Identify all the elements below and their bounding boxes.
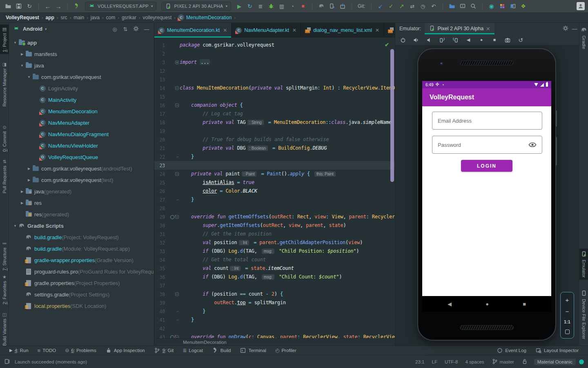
toolwindow-button-event-log[interactable]: Event Log: [493, 346, 530, 355]
tool-strip--structure[interactable]: ≔7: Structure: [0, 239, 9, 273]
email-field[interactable]: Email Address: [432, 112, 542, 130]
hide-panel-icon[interactable]: —: [570, 26, 579, 32]
run-configuration-selector[interactable]: VOLLEYREQUEST.APP▾: [85, 2, 156, 11]
toolwindow-button-todo[interactable]: ≡TODO: [34, 346, 60, 355]
code-line-39[interactable]: 39 outRect.top = splitMargin: [154, 298, 395, 307]
code-line-41[interactable]: 41⌐ }: [154, 316, 395, 324]
tree-item-com-gsrikar-volleyrequest[interactable]: ▶com.gsrikar.volleyrequest (test): [9, 174, 154, 186]
status-message[interactable]: Launch succeeded (moments ago): [15, 359, 87, 364]
code-line-15[interactable]: 15: [154, 92, 395, 101]
unfold-icon[interactable]: +: [175, 61, 179, 64]
editor-tab-menuitemdecoration-kt[interactable]: CMenuItemDecoration.kt✕: [154, 23, 232, 38]
coverage-button[interactable]: ▥: [277, 2, 287, 11]
power-button[interactable]: [399, 36, 407, 45]
override-method-icon[interactable]: [170, 215, 174, 219]
breadcrumb-item[interactable]: java: [91, 15, 100, 20]
fold-end-icon[interactable]: ⌐: [177, 198, 179, 202]
code-line-38[interactable]: 38− if (position == count - 2) {: [154, 290, 395, 298]
tree-item-local-properties[interactable]: local.properties (SDK Location): [9, 300, 154, 312]
fit-to-window-button[interactable]: [565, 330, 570, 334]
tree-item-res[interactable]: res (generated): [9, 209, 154, 220]
chevron-down-icon[interactable]: ▼: [12, 41, 18, 45]
tree-item-proguard-rules-pro[interactable]: proguard-rules.pro (ProGuard Rules for V…: [9, 266, 154, 277]
breadcrumb-item[interactable]: gsrikar: [122, 15, 136, 20]
debug-button[interactable]: [266, 2, 276, 11]
device-sync-button[interactable]: [327, 2, 337, 11]
tool-strip-pull-requests[interactable]: ⇅Pull Requests: [0, 157, 9, 195]
sync-gradle-button[interactable]: [316, 2, 326, 11]
code-line-18[interactable]: 18 private val TAG: String = MenuItemDec…: [154, 118, 395, 127]
device-selector[interactable]: PIXEL 2 API 30 ALPHA▾: [161, 2, 231, 11]
stop-button[interactable]: ■: [298, 2, 308, 11]
code-line-2[interactable]: 2: [154, 49, 395, 58]
toolwindow-button-logcat[interactable]: ≣Logcat: [179, 346, 207, 355]
user-avatar[interactable]: [577, 2, 585, 10]
git-push-button[interactable]: ↗: [397, 2, 407, 11]
tool-strip-emulator[interactable]: Emulator: [579, 249, 588, 280]
code-line-14[interactable]: 14−class MenuItemDecoration(private val …: [154, 84, 395, 92]
code-line-28[interactable]: 28: [154, 204, 395, 213]
chevron-right-icon[interactable]: ▶: [19, 190, 25, 193]
breadcrumb-item[interactable]: CMenuItemDecoration: [178, 14, 232, 20]
zoom-out-button[interactable]: −: [566, 308, 569, 314]
tool-strip--project[interactable]: ▤1: Project: [0, 25, 9, 54]
close-icon[interactable]: ✕: [486, 26, 490, 32]
close-icon[interactable]: ✕: [223, 27, 227, 33]
close-icon[interactable]: ✕: [375, 27, 379, 33]
profiler-button[interactable]: ◔: [287, 2, 297, 11]
tool-strip-device-file-explorer[interactable]: Device File Explorer: [579, 288, 588, 341]
close-icon[interactable]: ✕: [292, 27, 296, 33]
nav-overview-button[interactable]: ■: [491, 36, 498, 45]
code-line-16[interactable]: 16− companion object {: [154, 101, 395, 110]
tool-strip--favorites[interactable]: ★2: Favorites: [0, 272, 9, 306]
run-configurations-button[interactable]: ≣: [256, 2, 265, 11]
tree-item-volleyrequestqueue[interactable]: OVolleyRequestQueue: [9, 151, 154, 163]
tree-item-java[interactable]: ▶java (generated): [9, 186, 154, 197]
emulator-tab[interactable]: Pixel 2 API 30 Alpha ✕: [425, 23, 494, 34]
chevron-right-icon[interactable]: ▶: [26, 178, 32, 182]
editor-tab-dialog-nav-menu-list-xml[interactable]: <>dialog_nav_menu_list.xml✕: [301, 23, 384, 38]
toolwindow-button-terminal[interactable]: Terminal: [236, 346, 270, 355]
fold-icon[interactable]: −: [175, 292, 179, 296]
search-everywhere-button[interactable]: [468, 2, 478, 11]
chevron-down-icon[interactable]: ▼: [12, 224, 18, 228]
tree-item-gradle-scripts[interactable]: ▼Gradle Scripts: [9, 220, 154, 231]
chevron-down-icon[interactable]: ▼: [26, 75, 32, 79]
code-line-33[interactable]: 33 if (DBG) Log.d(TAG, msg: "Child Posit…: [154, 247, 395, 256]
record-button[interactable]: ◉: [487, 2, 497, 11]
code-line-37[interactable]: 37: [154, 281, 395, 290]
status-item[interactable]: 4 spaces: [462, 359, 488, 364]
toolwindow-button--problems[interactable]: ⊖6: Problems: [61, 346, 100, 355]
toolwindow-toggle-icon[interactable]: [4, 358, 11, 366]
code-line-21[interactable]: 21 private val DBG: Boolean = BuildConfi…: [154, 144, 395, 153]
layout-validation-button[interactable]: [497, 2, 507, 11]
rotate-ccw-button[interactable]: [439, 36, 446, 45]
code-line-42[interactable]: 42: [154, 324, 395, 333]
tree-item-mainactivity[interactable]: CMainActivity: [9, 94, 154, 105]
project-view-selector[interactable]: Android: [23, 26, 42, 32]
code-line-27[interactable]: 27⌐ }: [154, 195, 395, 204]
build-hammer-button[interactable]: [72, 2, 82, 11]
toolwindow-button--run[interactable]: ▶4: Run: [6, 346, 32, 355]
fold-end-icon[interactable]: ⌐: [177, 318, 179, 322]
volume-down-button[interactable]: [425, 36, 433, 45]
nav-home-icon[interactable]: ●: [486, 301, 489, 307]
tree-item-build-gradle[interactable]: build.gradle (Project: VolleyRequest): [9, 231, 154, 243]
breadcrumb-item[interactable]: volleyrequest: [143, 15, 172, 20]
fold-icon[interactable]: −: [175, 86, 179, 90]
code-line-3[interactable]: 3+import ...: [154, 58, 395, 67]
git-update-button[interactable]: ↙: [376, 2, 385, 11]
hide-panel-icon[interactable]: —: [143, 26, 151, 32]
toolwindow-button--git[interactable]: 9: Git: [150, 346, 178, 355]
tree-item-build-gradle[interactable]: build.gradle (Module: VolleyRequest.app): [9, 243, 154, 254]
code-line-13[interactable]: 13: [154, 75, 395, 84]
fold-end-icon[interactable]: ⌐: [177, 310, 179, 314]
editor-tab-navmenuadapter-kt[interactable]: CNavMenuAdapter.kt✕: [232, 23, 301, 38]
status-item[interactable]: LF: [428, 359, 441, 364]
password-field[interactable]: Password: [432, 136, 542, 154]
rotate-cw-button[interactable]: [452, 36, 459, 45]
code-area[interactable]: 1package com.gsrikar.volleyrequest23+imp…: [154, 38, 395, 338]
screenshot-button[interactable]: [504, 36, 511, 45]
code-line-43[interactable]: 43− override fun onDraw(c: Canvas, paren…: [154, 333, 395, 338]
chevron-right-icon[interactable]: ▶: [19, 201, 25, 205]
